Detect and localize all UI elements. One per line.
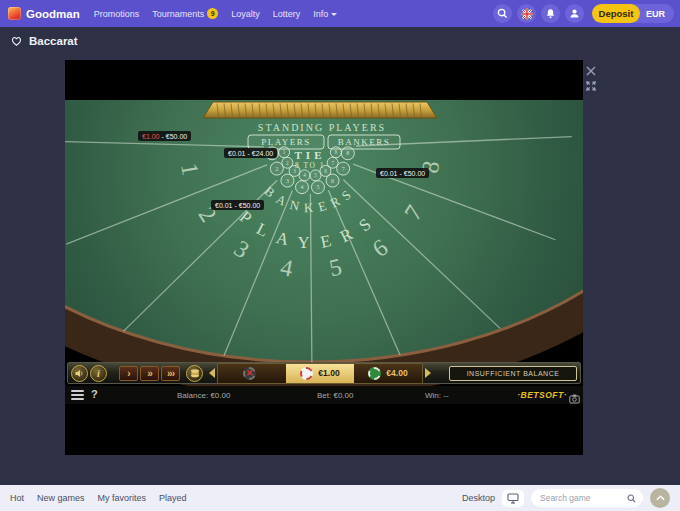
rebet-chips-button[interactable] <box>186 365 203 382</box>
gray-chip-icon: ✕ <box>243 367 256 380</box>
screenshot-icon[interactable] <box>569 390 580 408</box>
betsoft-logo: ·BETSOFT· <box>517 390 567 400</box>
fullscreen-button[interactable] <box>585 78 597 96</box>
device-label: Desktop <box>462 493 495 503</box>
tie-spot-number: 4 <box>301 184 304 190</box>
footer-link-played[interactable]: Played <box>159 493 187 503</box>
page-heading: Baccarat <box>10 35 78 47</box>
green-chip-icon <box>368 367 381 380</box>
tie-spot-number: 3 <box>293 168 296 174</box>
scroll-to-top-button[interactable] <box>650 488 670 508</box>
info-button[interactable]: i <box>90 365 107 382</box>
balance-readout: Balance: €0.00 <box>177 391 230 400</box>
footer-links: Hot New games My favorites Played <box>10 493 187 503</box>
brand-logo-icon <box>8 7 21 20</box>
footer-link-my-favorites[interactable]: My favorites <box>98 493 147 503</box>
tie-spot-number: 4 <box>303 172 306 178</box>
bankers-box-label[interactable]: BANKERS <box>338 137 391 147</box>
tie-spot-number: 5 <box>314 172 317 178</box>
win-readout: Win: -- <box>425 391 449 400</box>
chip-4-euro[interactable]: €4.00 <box>354 364 422 383</box>
screen: Goodman Promotions Tournaments 9 Loyalty… <box>0 0 680 511</box>
search-button[interactable] <box>493 4 512 23</box>
footer-actions: Desktop <box>462 488 670 508</box>
search-icon <box>497 8 508 19</box>
help-button[interactable]: ? <box>91 388 98 400</box>
tie-spot-number: 1 <box>283 149 286 155</box>
account-balance-area: EUR Deposit <box>592 4 674 23</box>
speed-3-button[interactable]: ››› <box>161 366 180 381</box>
top-navbar: Goodman Promotions Tournaments 9 Loyalty… <box>0 0 680 27</box>
speed-buttons: › ›› ››› <box>119 366 180 381</box>
chip-selector: ✕ €1.00 €4.00 <box>217 363 423 384</box>
tie-spot-number: 5 <box>316 184 319 190</box>
baccarat-table: STANDING PLAYERS PLAYERS BANKERS TIE 8 T… <box>65 60 583 404</box>
brand-logo[interactable]: Goodman <box>8 7 80 20</box>
bet-limit-tooltip: €0.01 - €50.00 <box>376 168 429 178</box>
white-chip-icon <box>300 367 313 380</box>
players-box-label[interactable]: PLAYERS <box>261 137 311 147</box>
insufficient-balance-button[interactable]: INSUFFICIENT BALANCE <box>449 366 577 381</box>
tie-spot-number: 3 <box>286 178 289 184</box>
game-statusbar: ? Balance: €0.00 Bet: €0.00 Win: -- ·BET… <box>65 386 583 404</box>
main-menu: Promotions Tournaments 9 Loyalty Lottery… <box>94 8 338 19</box>
search-icon <box>627 494 636 503</box>
chip-next-arrow[interactable] <box>425 368 431 378</box>
menu-item-loyalty[interactable]: Loyalty <box>231 9 260 19</box>
menu-icon[interactable] <box>71 390 84 402</box>
user-icon <box>569 8 580 19</box>
chevron-down-icon <box>331 13 337 16</box>
bet-limit-tooltip: €0.01 - €50.00 <box>211 200 264 210</box>
tournaments-badge: 9 <box>207 8 218 19</box>
tie-spot-number: 8 <box>335 149 338 155</box>
menu-item-info[interactable]: Info <box>313 9 337 19</box>
bet-limit-tooltip: €0.01 - €24.00 <box>224 148 277 158</box>
bet-limit-tooltip: €1.00 - €50.00 <box>138 131 191 141</box>
speed-1-button[interactable]: › <box>119 366 138 381</box>
footer-link-new-games[interactable]: New games <box>37 493 85 503</box>
speed-2-button[interactable]: ›› <box>140 366 159 381</box>
account-button[interactable] <box>565 4 584 23</box>
chip-1-euro[interactable]: €1.00 <box>286 364 354 383</box>
disabled-x-icon: ✕ <box>246 369 254 378</box>
volume-icon <box>75 369 84 378</box>
tie-spot-number: 7 <box>331 160 334 166</box>
menu-item-promotions[interactable]: Promotions <box>94 9 140 19</box>
tie-spot-number: 8 <box>346 150 349 156</box>
navbar-actions <box>493 4 584 23</box>
menu-item-tournaments[interactable]: Tournaments 9 <box>152 8 218 19</box>
tie-spot-number: 6 <box>331 178 334 184</box>
chip-disabled[interactable]: ✕ <box>218 364 286 383</box>
game-toolbar: i › ›› ››› ✕ <box>67 362 581 384</box>
tie-spot-number: 6 <box>324 168 327 174</box>
monitor-icon <box>507 493 519 504</box>
menu-item-lottery[interactable]: Lottery <box>273 9 301 19</box>
chips-icon <box>190 369 200 378</box>
bankers-bet-box[interactable]: BANKERS <box>328 135 400 149</box>
tie-spot-number: 2 <box>286 160 289 166</box>
tie-spot-number: 7 <box>342 166 345 172</box>
favorite-heart-icon[interactable] <box>10 35 23 47</box>
footer-link-hot[interactable]: Hot <box>10 493 24 503</box>
footer-bar: Hot New games My favorites Played Deskto… <box>0 485 680 511</box>
tie-spot-number: 2 <box>275 166 278 172</box>
device-toggle-button[interactable] <box>502 490 524 507</box>
fullscreen-icon <box>585 80 597 92</box>
notifications-button[interactable] <box>541 4 560 23</box>
tie-bet-area[interactable]: TIE 8 TO 1 <box>295 149 326 170</box>
tie-label[interactable]: TIE <box>295 149 326 161</box>
volume-button[interactable] <box>71 365 88 382</box>
language-button[interactable] <box>517 4 536 23</box>
game-frame: STANDING PLAYERS PLAYERS BANKERS TIE 8 T… <box>65 60 583 455</box>
deposit-button[interactable]: Deposit <box>592 4 640 23</box>
close-icon <box>586 66 596 76</box>
standing-players-label: STANDING PLAYERS <box>258 122 386 133</box>
page-title: Baccarat <box>29 35 78 47</box>
chip-prev-arrow[interactable] <box>209 368 215 378</box>
uk-flag-icon <box>521 8 533 20</box>
info-icon: i <box>97 368 100 379</box>
bet-readout: Bet: €0.00 <box>317 391 354 400</box>
chevron-up-icon <box>656 495 665 501</box>
search-input[interactable] <box>538 492 627 504</box>
bell-icon <box>545 8 556 19</box>
